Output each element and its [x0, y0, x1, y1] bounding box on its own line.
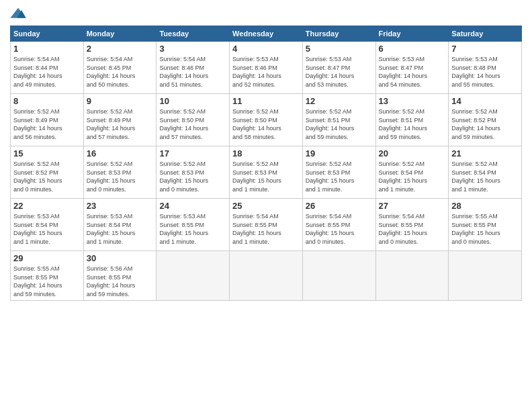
logo [10, 7, 28, 20]
day-number: 12 [306, 96, 373, 106]
weekday-header-thursday: Thursday [302, 26, 375, 42]
day-number: 27 [379, 201, 446, 211]
calendar-cell: 5Sunrise: 5:53 AM Sunset: 8:47 PM Daylig… [302, 42, 375, 94]
day-number: 3 [159, 44, 226, 54]
calendar-header-row: SundayMondayTuesdayWednesdayThursdayFrid… [11, 26, 522, 42]
day-number: 29 [13, 253, 81, 263]
day-info: Sunrise: 5:53 AM Sunset: 8:55 PM Dayligh… [159, 212, 226, 246]
calendar-cell: 21Sunrise: 5:52 AM Sunset: 8:54 PM Dayli… [449, 146, 522, 199]
calendar-cell: 19Sunrise: 5:52 AM Sunset: 8:53 PM Dayli… [302, 146, 375, 199]
calendar-cell: 17Sunrise: 5:52 AM Sunset: 8:53 PM Dayli… [157, 146, 230, 199]
day-info: Sunrise: 5:53 AM Sunset: 8:54 PM Dayligh… [87, 212, 154, 246]
calendar-cell [375, 251, 449, 301]
calendar-week-row: 8Sunrise: 5:52 AM Sunset: 8:49 PM Daylig… [11, 94, 522, 146]
day-number: 9 [87, 96, 154, 106]
day-info: Sunrise: 5:53 AM Sunset: 8:46 PM Dayligh… [232, 55, 300, 89]
day-number: 24 [159, 201, 226, 211]
day-info: Sunrise: 5:53 AM Sunset: 8:47 PM Dayligh… [379, 55, 446, 89]
day-number: 20 [379, 148, 446, 158]
weekday-header-saturday: Saturday [449, 26, 522, 42]
day-number: 5 [306, 44, 373, 54]
day-number: 18 [232, 148, 300, 158]
calendar-cell: 25Sunrise: 5:54 AM Sunset: 8:55 PM Dayli… [230, 199, 303, 251]
day-number: 28 [451, 201, 519, 211]
calendar-cell: 10Sunrise: 5:52 AM Sunset: 8:50 PM Dayli… [157, 94, 230, 146]
calendar-cell [449, 251, 522, 301]
calendar-week-row: 1Sunrise: 5:54 AM Sunset: 8:44 PM Daylig… [11, 42, 522, 94]
day-number: 13 [379, 96, 446, 106]
day-info: Sunrise: 5:52 AM Sunset: 8:50 PM Dayligh… [159, 107, 226, 141]
day-number: 23 [87, 201, 154, 211]
calendar-cell: 23Sunrise: 5:53 AM Sunset: 8:54 PM Dayli… [83, 199, 157, 251]
weekday-header-wednesday: Wednesday [230, 26, 303, 42]
day-info: Sunrise: 5:56 AM Sunset: 8:55 PM Dayligh… [87, 265, 154, 298]
weekday-header-friday: Friday [375, 26, 449, 42]
calendar-cell: 8Sunrise: 5:52 AM Sunset: 8:49 PM Daylig… [11, 94, 84, 146]
day-info: Sunrise: 5:55 AM Sunset: 8:55 PM Dayligh… [13, 265, 81, 298]
day-number: 8 [13, 96, 81, 106]
weekday-header-sunday: Sunday [11, 26, 84, 42]
day-info: Sunrise: 5:52 AM Sunset: 8:53 PM Dayligh… [87, 160, 154, 193]
day-info: Sunrise: 5:53 AM Sunset: 8:47 PM Dayligh… [306, 55, 373, 89]
day-number: 2 [87, 44, 154, 54]
calendar-table: SundayMondayTuesdayWednesdayThursdayFrid… [10, 26, 522, 301]
calendar-cell: 15Sunrise: 5:52 AM Sunset: 8:52 PM Dayli… [11, 146, 84, 199]
calendar-cell: 26Sunrise: 5:54 AM Sunset: 8:55 PM Dayli… [302, 199, 375, 251]
day-number: 11 [232, 96, 300, 106]
day-info: Sunrise: 5:52 AM Sunset: 8:52 PM Dayligh… [13, 160, 81, 193]
calendar-cell: 16Sunrise: 5:52 AM Sunset: 8:53 PM Dayli… [83, 146, 157, 199]
calendar-cell: 6Sunrise: 5:53 AM Sunset: 8:47 PM Daylig… [375, 42, 449, 94]
page-header [10, 7, 522, 20]
calendar-cell: 9Sunrise: 5:52 AM Sunset: 8:49 PM Daylig… [83, 94, 157, 146]
calendar-cell: 4Sunrise: 5:53 AM Sunset: 8:46 PM Daylig… [230, 42, 303, 94]
day-number: 4 [232, 44, 300, 54]
calendar-week-row: 22Sunrise: 5:53 AM Sunset: 8:54 PM Dayli… [11, 199, 522, 251]
calendar-cell: 14Sunrise: 5:52 AM Sunset: 8:52 PM Dayli… [449, 94, 522, 146]
calendar-cell: 11Sunrise: 5:52 AM Sunset: 8:50 PM Dayli… [230, 94, 303, 146]
day-info: Sunrise: 5:52 AM Sunset: 8:51 PM Dayligh… [306, 107, 373, 141]
calendar-cell: 18Sunrise: 5:52 AM Sunset: 8:53 PM Dayli… [230, 146, 303, 199]
calendar-cell: 22Sunrise: 5:53 AM Sunset: 8:54 PM Dayli… [11, 199, 84, 251]
day-number: 22 [13, 201, 81, 211]
day-info: Sunrise: 5:54 AM Sunset: 8:55 PM Dayligh… [379, 212, 446, 246]
calendar-cell: 30Sunrise: 5:56 AM Sunset: 8:55 PM Dayli… [83, 251, 157, 301]
day-info: Sunrise: 5:54 AM Sunset: 8:46 PM Dayligh… [159, 55, 226, 89]
calendar-cell: 7Sunrise: 5:53 AM Sunset: 8:48 PM Daylig… [449, 42, 522, 94]
calendar-cell: 20Sunrise: 5:52 AM Sunset: 8:54 PM Dayli… [375, 146, 449, 199]
day-info: Sunrise: 5:54 AM Sunset: 8:44 PM Dayligh… [13, 55, 81, 89]
calendar-cell: 28Sunrise: 5:55 AM Sunset: 8:55 PM Dayli… [449, 199, 522, 251]
day-number: 7 [451, 44, 519, 54]
weekday-header-monday: Monday [83, 26, 157, 42]
logo-icon [10, 7, 26, 20]
day-info: Sunrise: 5:53 AM Sunset: 8:54 PM Dayligh… [13, 212, 81, 246]
day-number: 25 [232, 201, 300, 211]
day-info: Sunrise: 5:52 AM Sunset: 8:53 PM Dayligh… [232, 160, 300, 193]
day-info: Sunrise: 5:54 AM Sunset: 8:45 PM Dayligh… [87, 55, 154, 89]
day-info: Sunrise: 5:52 AM Sunset: 8:54 PM Dayligh… [451, 160, 519, 193]
day-number: 6 [379, 44, 446, 54]
day-info: Sunrise: 5:54 AM Sunset: 8:55 PM Dayligh… [306, 212, 373, 246]
day-info: Sunrise: 5:53 AM Sunset: 8:48 PM Dayligh… [451, 55, 519, 89]
day-info: Sunrise: 5:52 AM Sunset: 8:49 PM Dayligh… [13, 107, 81, 141]
calendar-cell: 13Sunrise: 5:52 AM Sunset: 8:51 PM Dayli… [375, 94, 449, 146]
day-number: 19 [306, 148, 373, 158]
day-number: 26 [306, 201, 373, 211]
day-info: Sunrise: 5:52 AM Sunset: 8:54 PM Dayligh… [379, 160, 446, 193]
calendar-cell [230, 251, 303, 301]
day-number: 10 [159, 96, 226, 106]
day-info: Sunrise: 5:55 AM Sunset: 8:55 PM Dayligh… [451, 212, 519, 246]
calendar-week-row: 29Sunrise: 5:55 AM Sunset: 8:55 PM Dayli… [11, 251, 522, 301]
day-info: Sunrise: 5:52 AM Sunset: 8:53 PM Dayligh… [159, 160, 226, 193]
day-number: 1 [13, 44, 81, 54]
day-info: Sunrise: 5:52 AM Sunset: 8:52 PM Dayligh… [451, 107, 519, 141]
calendar-week-row: 15Sunrise: 5:52 AM Sunset: 8:52 PM Dayli… [11, 146, 522, 199]
day-number: 21 [451, 148, 519, 158]
calendar-cell: 3Sunrise: 5:54 AM Sunset: 8:46 PM Daylig… [157, 42, 230, 94]
calendar-cell [302, 251, 375, 301]
calendar-cell: 2Sunrise: 5:54 AM Sunset: 8:45 PM Daylig… [83, 42, 157, 94]
day-number: 14 [451, 96, 519, 106]
day-info: Sunrise: 5:52 AM Sunset: 8:53 PM Dayligh… [306, 160, 373, 193]
calendar-cell: 29Sunrise: 5:55 AM Sunset: 8:55 PM Dayli… [11, 251, 84, 301]
calendar-cell: 24Sunrise: 5:53 AM Sunset: 8:55 PM Dayli… [157, 199, 230, 251]
day-info: Sunrise: 5:54 AM Sunset: 8:55 PM Dayligh… [232, 212, 300, 246]
